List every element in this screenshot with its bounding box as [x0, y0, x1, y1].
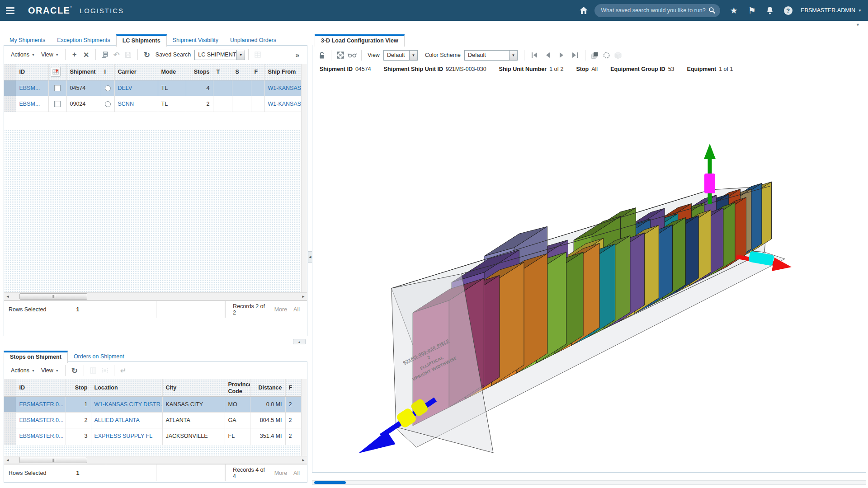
notifications-bell-icon[interactable] — [761, 0, 779, 21]
hamburger-menu-icon[interactable] — [0, 0, 20, 21]
load-horizontal-scrollbar[interactable] — [312, 480, 866, 485]
col-ship-from[interactable]: Ship From — [264, 64, 307, 80]
horizontal-scrollbar[interactable]: ◄ ► — [4, 456, 307, 464]
last-ship-unit-icon[interactable] — [568, 49, 582, 61]
home-icon[interactable] — [575, 0, 593, 21]
col-id[interactable]: ID — [16, 64, 48, 80]
row-checkbox[interactable] — [54, 101, 61, 107]
color-scheme-select[interactable]: Default ▼ — [464, 50, 518, 61]
stop-id-link[interactable]: EBSMASTER.0... — [19, 417, 64, 423]
table-row[interactable]: EBSMASTER.0... 1 W1-KANSAS CITY DISTR...… — [4, 396, 307, 412]
user-menu[interactable]: EBSMASTER.ADMIN ▼ — [801, 7, 862, 14]
saved-search-input[interactable]: What saved search would you like to run? — [594, 4, 720, 17]
goggles-icon[interactable] — [346, 49, 358, 61]
actions-menu[interactable]: Actions▼ — [8, 366, 38, 375]
location-link[interactable]: W1-KANSAS CITY DISTR... — [94, 401, 163, 408]
saved-search-select[interactable]: LC SHIPMENT ▼ — [194, 50, 245, 60]
chevron-down-icon: ▼ — [858, 9, 862, 13]
carrier-link[interactable]: SCNN — [118, 101, 134, 107]
first-ship-unit-icon[interactable] — [528, 49, 541, 61]
col-province-code[interactable]: Province Code — [225, 379, 250, 396]
lock-icon[interactable] — [316, 49, 328, 61]
col-mode[interactable]: Mode — [158, 64, 186, 80]
region-collapse-icon[interactable]: ▼ — [856, 23, 860, 27]
scrollbar-thumb[interactable] — [19, 457, 87, 463]
layers-icon[interactable] — [589, 49, 600, 61]
tab-orders-on-shipment[interactable]: Orders on Shipment — [68, 351, 130, 362]
expand-icon[interactable] — [335, 49, 346, 61]
previous-ship-unit-icon[interactable] — [541, 49, 555, 61]
horizontal-scrollbar[interactable]: ◄ ► — [4, 292, 307, 300]
shipment-id-link[interactable]: EBSM... — [19, 85, 40, 91]
stop-id-link[interactable]: EBSMASTER.0... — [19, 433, 64, 439]
next-ship-unit-icon[interactable] — [555, 49, 568, 61]
stop-id-link[interactable]: EBSMASTER.0... — [19, 401, 64, 408]
tab-unplanned-orders[interactable]: Unplanned Orders — [224, 35, 282, 46]
row-selector[interactable] — [4, 412, 16, 428]
carrier-link[interactable]: DELV — [118, 85, 132, 91]
tab-3d-load-configuration-view[interactable]: 3-D Load Configuration View — [315, 34, 405, 47]
table-row[interactable]: EBSM... 04574 DELV TL 4 W1-KANSAS CI — [4, 80, 307, 96]
col-carrier[interactable]: Carrier — [114, 64, 158, 80]
refresh-icon[interactable]: ↻ — [141, 49, 153, 61]
load-3d-canvas[interactable]: 2TMG-R13-030_PIECE1FILE CABINETUPRIGHT L… — [312, 77, 866, 472]
tab-my-shipments[interactable]: My Shipments — [4, 35, 51, 46]
col-stops[interactable]: Stops — [186, 64, 213, 80]
col-f[interactable]: F — [251, 64, 264, 80]
indicator-radio[interactable] — [105, 85, 111, 91]
location-link[interactable]: EXPRESS SUPPLY FL — [94, 433, 153, 439]
row-selector[interactable] — [4, 428, 16, 444]
delete-row-icon[interactable]: ✕ — [80, 49, 92, 61]
favorites-star-icon[interactable]: ★ — [725, 0, 743, 21]
col-location[interactable]: Location — [91, 379, 162, 396]
scroll-right-icon[interactable]: ► — [300, 456, 307, 464]
scroll-right-icon[interactable]: ► — [300, 293, 307, 300]
scroll-left-icon[interactable]: ◄ — [4, 456, 11, 464]
row-selector[interactable] — [4, 96, 16, 112]
duplicate-icon[interactable] — [99, 49, 111, 61]
vertical-scrollbar[interactable] — [301, 379, 307, 456]
tab-lc-shipments[interactable]: LC Shipments — [116, 34, 167, 47]
scroll-left-icon[interactable]: ◄ — [4, 293, 11, 300]
view-menu[interactable]: View▼ — [38, 366, 62, 375]
indicator-radio[interactable] — [105, 101, 111, 107]
table-row[interactable]: EBSMASTER.0... 2 ALLIED ATLANTA ATLANTA … — [4, 412, 307, 428]
col-i[interactable]: I — [101, 64, 114, 80]
col-distance[interactable]: Distance — [250, 379, 285, 396]
view-menu[interactable]: View▼ — [38, 50, 62, 60]
scrollbar-thumb[interactable] — [19, 293, 87, 300]
col-city[interactable]: City — [162, 379, 225, 396]
vertical-scrollbar[interactable] — [301, 64, 307, 292]
col-t[interactable]: T — [213, 64, 232, 80]
stops-toolbar: Actions▼ View▼ ↻ ↵ — [4, 362, 307, 379]
tab-stops-on-shipment[interactable]: Stops on Shipment — [4, 351, 68, 363]
panel-collapse-handle[interactable]: ▲ — [293, 339, 306, 344]
more-link[interactable]: More — [274, 470, 287, 476]
flag-icon[interactable]: ⚑ — [743, 0, 761, 21]
col-map[interactable] — [48, 64, 66, 80]
col-shipment[interactable]: Shipment — [66, 64, 101, 80]
row-checkbox[interactable] — [54, 85, 61, 91]
more-link[interactable]: More — [274, 306, 287, 313]
table-row[interactable]: EBSMASTER.0... 3 EXPRESS SUPPLY FL JACKS… — [4, 428, 307, 444]
row-selector[interactable] — [4, 396, 16, 412]
rotate-icon[interactable] — [600, 49, 612, 61]
view-select[interactable]: Default ▼ — [383, 50, 418, 61]
refresh-icon[interactable]: ↻ — [69, 365, 80, 376]
toolbar-overflow-icon[interactable]: » — [292, 49, 303, 61]
col-id[interactable]: ID — [16, 379, 66, 396]
row-selector[interactable] — [4, 80, 16, 96]
tab-shipment-visibility[interactable]: Shipment Visibility — [167, 35, 224, 46]
table-row[interactable]: EBSM... 09024 SCNN TL 2 W1-KANSAS CI — [4, 96, 307, 112]
search-icon[interactable] — [708, 7, 716, 14]
tab-exception-shipments[interactable]: Exception Shipments — [51, 35, 116, 46]
help-icon[interactable]: ? — [779, 0, 797, 21]
col-stop[interactable]: Stop — [66, 379, 91, 396]
location-link[interactable]: ALLIED ATLANTA — [94, 417, 140, 423]
shipment-id-link[interactable]: EBSM... — [19, 101, 40, 107]
add-row-icon[interactable]: + — [69, 49, 80, 61]
all-link[interactable]: All — [293, 306, 300, 313]
all-link[interactable]: All — [293, 470, 300, 476]
actions-menu[interactable]: Actions▼ — [8, 50, 38, 60]
col-s[interactable]: S — [232, 64, 251, 80]
